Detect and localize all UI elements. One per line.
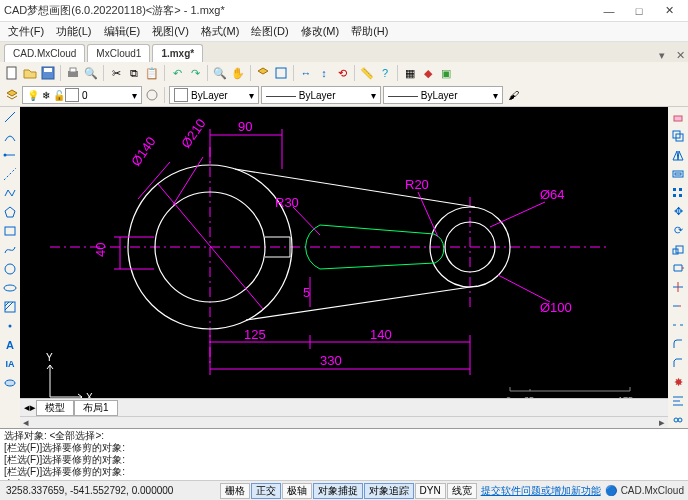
- trim-icon[interactable]: [670, 279, 686, 295]
- dyn-button[interactable]: DYN: [415, 483, 446, 499]
- layer-icon[interactable]: [255, 65, 271, 81]
- ucs-y: Y: [46, 352, 53, 363]
- otrack-button[interactable]: 对象追踪: [364, 483, 414, 499]
- open-icon[interactable]: [22, 65, 38, 81]
- tb-extra3-icon[interactable]: ▣: [438, 65, 454, 81]
- mirror-icon[interactable]: [670, 147, 686, 163]
- layerstate-icon[interactable]: [144, 87, 160, 103]
- layer-manager-icon[interactable]: [4, 87, 20, 103]
- erase-icon[interactable]: [670, 109, 686, 125]
- offset-icon[interactable]: [670, 166, 686, 182]
- dim-40: 40: [93, 243, 108, 257]
- new-icon[interactable]: [4, 65, 20, 81]
- menu-function[interactable]: 功能(L): [52, 24, 95, 39]
- tb-extra1-icon[interactable]: ▦: [402, 65, 418, 81]
- prop-icon[interactable]: [273, 65, 289, 81]
- copy2-icon[interactable]: [670, 128, 686, 144]
- pline-tool-icon[interactable]: [2, 185, 18, 201]
- lineweight-selector[interactable]: ——— ByLayer▾: [383, 86, 503, 104]
- layer-selector[interactable]: 💡 ❄ 🔓 0 ▾: [22, 86, 142, 104]
- menu-modify[interactable]: 修改(M): [297, 24, 344, 39]
- undo-icon[interactable]: ↶: [169, 65, 185, 81]
- extend-icon[interactable]: [670, 298, 686, 314]
- join-icon[interactable]: [670, 412, 686, 428]
- color-selector[interactable]: ByLayer▾: [169, 86, 259, 104]
- zoom-icon[interactable]: 🔍: [212, 65, 228, 81]
- doc-tab-0[interactable]: CAD.MxCloud: [4, 44, 85, 62]
- menu-format[interactable]: 格式(M): [197, 24, 244, 39]
- svg-rect-5: [276, 68, 286, 78]
- menu-edit[interactable]: 编辑(E): [100, 24, 145, 39]
- tabs-close-icon[interactable]: ✕: [672, 49, 688, 62]
- ray-tool-icon[interactable]: [2, 147, 18, 163]
- ortho-button[interactable]: 正交: [251, 483, 281, 499]
- menu-view[interactable]: 视图(V): [148, 24, 193, 39]
- array-icon[interactable]: [670, 185, 686, 201]
- tabs-dropdown-icon[interactable]: ▾: [654, 49, 670, 62]
- doc-tab-2[interactable]: 1.mxg*: [152, 44, 203, 62]
- tb-extra2-icon[interactable]: ◆: [420, 65, 436, 81]
- region-tool-icon[interactable]: [2, 375, 18, 391]
- layout1-tab[interactable]: 布局1: [74, 400, 118, 416]
- svg-line-16: [5, 302, 9, 306]
- help-icon[interactable]: ?: [377, 65, 393, 81]
- lock-icon: 🔓: [53, 90, 65, 101]
- rect-tool-icon[interactable]: [2, 223, 18, 239]
- pan-icon[interactable]: ✋: [230, 65, 246, 81]
- xline-tool-icon[interactable]: [2, 166, 18, 182]
- dim-125: 125: [244, 327, 266, 342]
- command-panel[interactable]: 选择对象: <全部选择>: [栏选(F)]选择要修剪的对象: [栏选(F)]选择…: [0, 428, 688, 480]
- feedback-link[interactable]: 提交软件问题或增加新功能: [477, 484, 605, 498]
- polygon-tool-icon[interactable]: [2, 204, 18, 220]
- arc-tool-icon[interactable]: [2, 128, 18, 144]
- linetype-selector[interactable]: ——— ByLayer▾: [261, 86, 381, 104]
- maximize-button[interactable]: □: [624, 1, 654, 21]
- drawing-canvas[interactable]: 90 125 140 330 40 Ø210 Ø140 Ø64 Ø100 R30…: [20, 107, 668, 398]
- move-icon[interactable]: ✥: [670, 204, 686, 220]
- dim3-icon[interactable]: ⟲: [334, 65, 350, 81]
- chamfer-icon[interactable]: [670, 355, 686, 371]
- dim2-icon[interactable]: ↕: [316, 65, 332, 81]
- snap-grid-button[interactable]: 栅格: [220, 483, 250, 499]
- scale-icon[interactable]: [670, 242, 686, 258]
- mtext-tool-icon[interactable]: IA: [2, 356, 18, 372]
- osnap-button[interactable]: 对象捕捉: [313, 483, 363, 499]
- lwt-button[interactable]: 线宽: [447, 483, 477, 499]
- copy-icon[interactable]: ⧉: [126, 65, 142, 81]
- print-icon[interactable]: [65, 65, 81, 81]
- measure-icon[interactable]: 📏: [359, 65, 375, 81]
- paste-icon[interactable]: 📋: [144, 65, 160, 81]
- menu-file[interactable]: 文件(F): [4, 24, 48, 39]
- hscrollbar[interactable]: ◂ ▸: [20, 416, 668, 428]
- doc-tab-1[interactable]: MxCloud1: [87, 44, 150, 62]
- line-tool-icon[interactable]: [2, 109, 18, 125]
- preview-icon[interactable]: 🔍: [83, 65, 99, 81]
- polar-button[interactable]: 极轴: [282, 483, 312, 499]
- minimize-button[interactable]: —: [594, 1, 624, 21]
- save-icon[interactable]: [40, 65, 56, 81]
- circle-tool-icon[interactable]: [2, 261, 18, 277]
- fillet-icon[interactable]: [670, 336, 686, 352]
- brush-icon[interactable]: 🖌: [505, 87, 521, 103]
- close-button[interactable]: ✕: [654, 1, 684, 21]
- dim-r30: R30: [275, 195, 299, 210]
- hatch-tool-icon[interactable]: [2, 299, 18, 315]
- layer-name: 0: [82, 90, 88, 101]
- explode-icon[interactable]: ✸: [670, 374, 686, 390]
- dim-icon[interactable]: ↔: [298, 65, 314, 81]
- text-tool-icon[interactable]: A: [2, 337, 18, 353]
- dim-140: 140: [370, 327, 392, 342]
- model-tab[interactable]: 模型: [36, 400, 74, 416]
- break-icon[interactable]: [670, 317, 686, 333]
- align-icon[interactable]: [670, 393, 686, 409]
- point-tool-icon[interactable]: [2, 318, 18, 334]
- rotate-icon[interactable]: ⟳: [670, 223, 686, 239]
- cut-icon[interactable]: ✂: [108, 65, 124, 81]
- menu-help[interactable]: 帮助(H): [347, 24, 392, 39]
- svg-line-7: [5, 112, 15, 122]
- ellipse-tool-icon[interactable]: [2, 280, 18, 296]
- menu-draw[interactable]: 绘图(D): [247, 24, 292, 39]
- spline-tool-icon[interactable]: [2, 242, 18, 258]
- stretch-icon[interactable]: [670, 261, 686, 277]
- redo-icon[interactable]: ↷: [187, 65, 203, 81]
